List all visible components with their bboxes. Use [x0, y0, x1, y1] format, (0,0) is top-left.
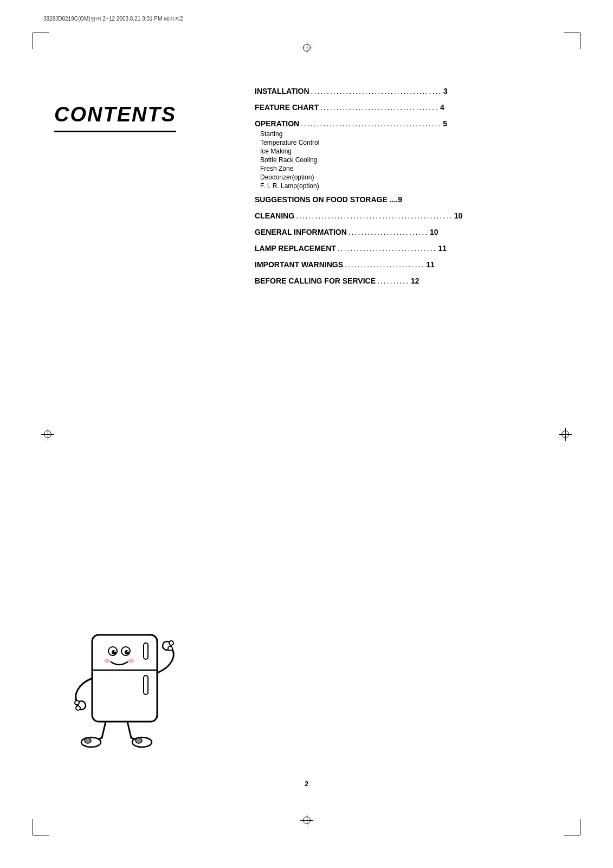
- illustration-area: [54, 619, 195, 770]
- toc-page-operation: 5: [443, 119, 447, 128]
- toc-dots-feature-chart: .....................................: [320, 103, 438, 112]
- corner-mark-tr: [564, 33, 580, 49]
- toc-label-important-warnings: IMPORTANT WARNINGS: [255, 260, 343, 269]
- svg-point-21: [135, 738, 142, 743]
- toc-dots-before-calling: ..........: [377, 277, 409, 285]
- crosshair-top: [300, 41, 313, 54]
- toc-cleaning: CLEANING ...............................…: [255, 211, 559, 220]
- toc-page-general-info: 10: [430, 228, 438, 236]
- toc-sub-ice-making: Ice Making: [260, 147, 559, 155]
- toc-page-important-warnings: 11: [426, 260, 435, 269]
- svg-point-9: [127, 651, 129, 652]
- svg-rect-3: [144, 676, 148, 695]
- toc-page-feature-chart: 4: [440, 103, 444, 112]
- corner-mark-bl: [33, 819, 49, 835]
- svg-point-8: [114, 651, 116, 652]
- toc-page-cleaning: 10: [454, 211, 463, 220]
- svg-point-14: [76, 706, 80, 710]
- svg-rect-2: [144, 643, 148, 659]
- toc-label-feature-chart: FEATURE CHART: [255, 103, 319, 112]
- toc-label-general-info: GENERAL INFORMATION: [255, 228, 347, 236]
- crosshair-left: [41, 428, 54, 441]
- toc-suggestions: SUGGESTIONS ON FOOD STORAGE .... 9: [255, 195, 559, 204]
- toc-sub-deodorizer: Deodorizer(option): [260, 173, 559, 181]
- toc-dots-operation: ........................................…: [301, 119, 441, 128]
- svg-point-10: [104, 659, 111, 663]
- corner-mark-tl: [33, 33, 49, 49]
- toc-dots-general-info: .........................: [349, 228, 428, 236]
- page-title: CONTENTS: [54, 103, 176, 132]
- toc-page-lamp-replacement: 11: [438, 244, 447, 253]
- toc-operation-group: OPERATION ..............................…: [255, 119, 559, 190]
- toc-page-suggestions: 9: [398, 195, 402, 204]
- toc-dots-cleaning: ........................................…: [296, 211, 453, 220]
- svg-point-18: [81, 737, 101, 747]
- toc-operation-subitems: Starting Temperature Control Ice Making …: [255, 130, 559, 190]
- crosshair-right: [559, 428, 572, 441]
- svg-point-17: [168, 646, 172, 651]
- toc-label-installation: INSTALLATION: [255, 87, 309, 95]
- toc-installation: INSTALLATION ...........................…: [255, 87, 559, 95]
- toc-sub-fresh-zone: Fresh Zone: [260, 165, 559, 172]
- fridge-mascot: [65, 624, 184, 765]
- svg-point-16: [169, 641, 173, 645]
- page-number: 2: [305, 780, 308, 788]
- toc-label-cleaning: CLEANING: [255, 211, 294, 220]
- toc-label-before-calling: BEFORE CALLING FOR SERVICE: [255, 277, 376, 285]
- svg-point-13: [75, 700, 79, 705]
- corner-mark-br: [564, 819, 580, 835]
- toc-dots-lamp-replacement: ...............................: [338, 244, 437, 253]
- toc-lamp-replacement: LAMP REPLACEMENT .......................…: [255, 244, 559, 253]
- toc-before-calling: BEFORE CALLING FOR SERVICE .......... 12: [255, 277, 559, 285]
- svg-point-20: [85, 738, 91, 743]
- toc-operation: OPERATION ..............................…: [255, 119, 559, 128]
- toc-general-info: GENERAL INFORMATION ....................…: [255, 228, 559, 236]
- toc-page-before-calling: 12: [411, 277, 420, 285]
- toc-sub-starting: Starting: [260, 130, 559, 138]
- toc-sub-bottle-rack: Bottle Rack Cooling: [260, 156, 559, 164]
- toc-sub-lamp: F. I. R. Lamp(option): [260, 182, 559, 190]
- content-layout: CONTENTS INSTALLATION ..................…: [54, 70, 559, 293]
- toc-right-column: INSTALLATION ...........................…: [244, 70, 559, 293]
- toc-important-warnings: IMPORTANT WARNINGS .....................…: [255, 260, 559, 269]
- page-container: 3828JD8219C(OM)영어 2~12 2003.8.21 3:31 PM…: [0, 0, 613, 868]
- toc-dots-important-warnings: .........................: [345, 260, 424, 269]
- toc-label-operation: OPERATION: [255, 119, 299, 128]
- svg-point-19: [132, 737, 152, 747]
- toc-label-suggestions: SUGGESTIONS ON FOOD STORAGE ....: [255, 195, 398, 204]
- svg-point-11: [128, 659, 134, 663]
- left-column: CONTENTS: [54, 70, 244, 293]
- header-metadata: 3828JD8219C(OM)영어 2~12 2003.8.21 3:31 PM…: [43, 15, 183, 23]
- toc-page-installation: 3: [443, 87, 448, 95]
- toc-label-lamp-replacement: LAMP REPLACEMENT: [255, 244, 336, 253]
- toc-dots-installation: ........................................…: [311, 87, 442, 95]
- toc-feature-chart: FEATURE CHART ..........................…: [255, 103, 559, 112]
- crosshair-bottom: [300, 814, 313, 827]
- toc-sub-temp-control: Temperature Control: [260, 139, 559, 146]
